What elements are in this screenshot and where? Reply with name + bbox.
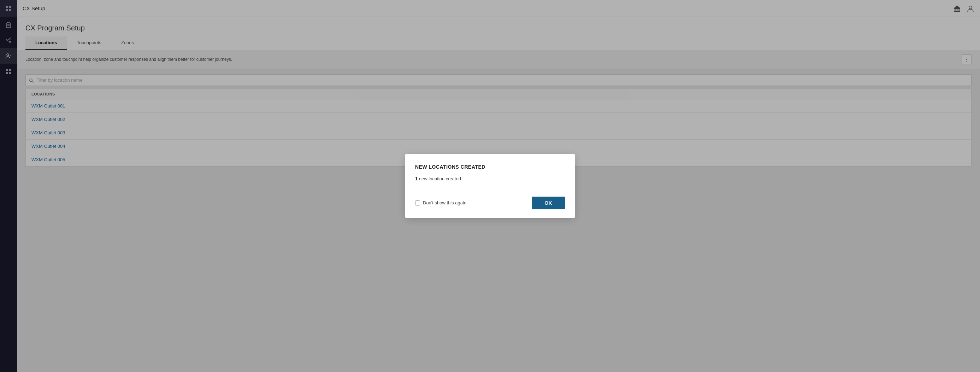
- dont-show-label[interactable]: Don't show this again: [415, 200, 466, 206]
- modal-footer: Don't show this again OK: [415, 196, 565, 209]
- ok-button[interactable]: OK: [532, 196, 565, 209]
- modal-overlay: NEW LOCATIONS CREATED 1 new location cre…: [0, 0, 980, 372]
- modal-message-text: new location created.: [419, 176, 463, 181]
- dont-show-text: Don't show this again: [423, 200, 466, 206]
- modal-count: 1: [415, 176, 418, 181]
- modal-dialog: NEW LOCATIONS CREATED 1 new location cre…: [405, 154, 575, 218]
- modal-title: NEW LOCATIONS CREATED: [415, 164, 565, 170]
- modal-body: 1 new location created.: [415, 176, 565, 182]
- dont-show-checkbox[interactable]: [415, 201, 420, 206]
